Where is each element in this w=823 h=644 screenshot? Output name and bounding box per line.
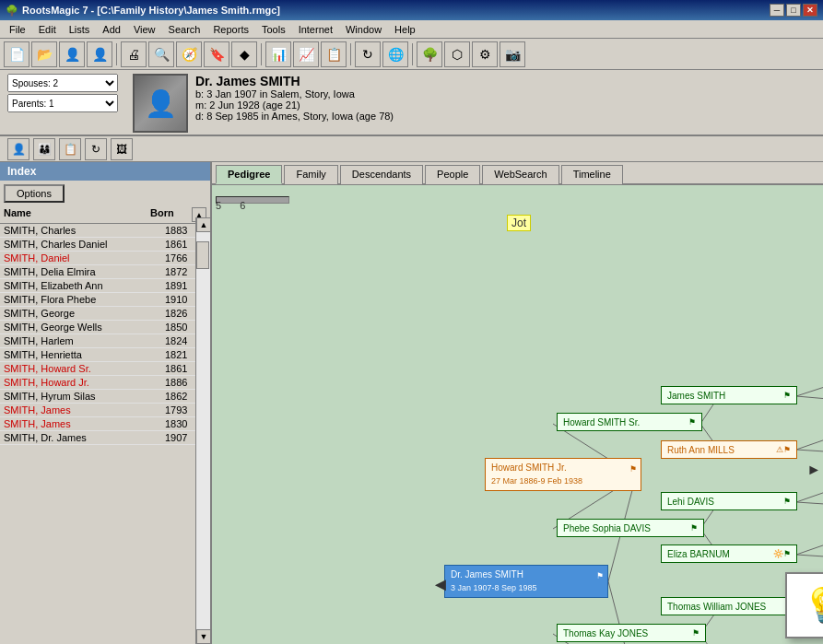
- person-photo-inner: 👤: [135, 76, 186, 131]
- sidebar-row-10[interactable]: SMITH, Howard Sr.1861: [0, 362, 210, 376]
- gen4-pfmm-name: Eliza BARNUM: [667, 549, 730, 559]
- toolbar-sep4: [412, 43, 413, 65]
- person-tb-edit-btn[interactable]: 👤: [7, 138, 29, 160]
- svg-line-19: [796, 502, 823, 505]
- toolbar-media-btn[interactable]: 📊: [265, 41, 291, 67]
- toolbar-sep1: [116, 43, 117, 65]
- sidebar-row-14[interactable]: SMITH, James1830: [0, 417, 210, 431]
- toolbar-search-btn[interactable]: 🔍: [148, 41, 174, 67]
- sidebar-row-0[interactable]: SMITH, Charles1883: [0, 224, 210, 238]
- menu-view[interactable]: View: [128, 22, 161, 37]
- toolbar-export-btn[interactable]: ⬡: [444, 41, 470, 67]
- gen-indicators: 5 6: [216, 200, 245, 211]
- toolbar-settings-btn[interactable]: ⚙: [472, 41, 498, 67]
- tab-people[interactable]: People: [425, 165, 480, 184]
- gen4-pfmf-node[interactable]: Lehi DAVIS ⚑: [661, 492, 797, 510]
- gen3-pfm-name: Phebe Sophia DAVIS: [563, 523, 651, 533]
- sidebar-row-9[interactable]: SMITH, Henrietta1821: [0, 348, 210, 362]
- menu-tools[interactable]: Tools: [256, 22, 291, 37]
- sidebar-row-8[interactable]: SMITH, Harlem1824: [0, 334, 210, 348]
- maximize-button[interactable]: □: [786, 4, 801, 17]
- sidebar-row-6[interactable]: SMITH, George1826: [0, 307, 210, 321]
- sidebar-row-1[interactable]: SMITH, Charles Daniel1861: [0, 238, 210, 252]
- menu-lists[interactable]: Lists: [64, 22, 96, 37]
- gen3-pff-node[interactable]: Howard SMITH Sr. ⚑: [557, 413, 702, 431]
- sidebar-row-5[interactable]: SMITH, Flora Phebe1910: [0, 293, 210, 307]
- person-photo: 👤: [133, 74, 188, 133]
- sidebar-header: Index: [0, 162, 210, 181]
- lightbulb-icon: 💡: [803, 586, 824, 625]
- gen2-father-node[interactable]: Howard SMITH Jr. 27 Mar 1886-9 Feb 1938 …: [485, 458, 641, 491]
- scrollbar-down-btn[interactable]: ▼: [196, 629, 211, 644]
- toolbar-tree-btn[interactable]: 🌳: [417, 41, 442, 67]
- toolbar-chart-btn[interactable]: 📈: [293, 41, 319, 67]
- toolbar-bookmark-btn[interactable]: 🔖: [204, 41, 229, 67]
- menu-add[interactable]: Add: [97, 22, 126, 37]
- menu-reports[interactable]: Reports: [207, 22, 254, 37]
- toolbar-nav-btn[interactable]: 🧭: [176, 41, 202, 67]
- close-button[interactable]: ✕: [803, 4, 817, 17]
- svg-line-21: [796, 555, 823, 557]
- toolbar-sync-btn[interactable]: ↻: [355, 41, 381, 67]
- sidebar-row-3[interactable]: SMITH, Delia Elmira1872: [0, 265, 210, 279]
- sidebar-row-12[interactable]: SMITH, Hyrum Silas1862: [0, 390, 210, 404]
- toolbar-diamond-btn[interactable]: ◆: [231, 41, 257, 67]
- person-tb-media-btn[interactable]: 🖼: [111, 138, 133, 160]
- pedigree-back-arrow[interactable]: ◄: [431, 574, 450, 595]
- person-death: d: 8 Sep 1985 in Ames, Story, Iowa (age …: [195, 111, 816, 122]
- toolbar-camera-btn[interactable]: 📷: [500, 41, 525, 67]
- gen4-pffm-node[interactable]: Ruth Ann MILLS ⚠⚑: [661, 440, 797, 459]
- person-tb-family-btn[interactable]: 👨‍👩‍👦: [33, 138, 55, 160]
- toolbar-web-btn[interactable]: 🌐: [382, 41, 408, 67]
- gen4-pfmm-node[interactable]: Eliza BARNUM 🔆⚑: [661, 544, 797, 563]
- tab-family[interactable]: Family: [284, 165, 337, 184]
- svg-line-15: [796, 396, 823, 400]
- gen3-pfm-icon: ⚑: [690, 523, 698, 533]
- sidebar-row-15[interactable]: SMITH, Dr. James1907: [0, 431, 210, 445]
- selected-person-name: Dr. James SMITH: [451, 568, 602, 581]
- menu-file[interactable]: File: [4, 22, 31, 37]
- menu-internet[interactable]: Internet: [293, 22, 338, 37]
- menu-window[interactable]: Window: [340, 22, 387, 37]
- person-tb-report-btn[interactable]: 📋: [59, 138, 81, 160]
- gen-6-label: 6: [240, 200, 245, 211]
- svg-line-16: [796, 435, 823, 450]
- spouses-dropdown[interactable]: Spouses: 2: [7, 74, 118, 92]
- toolbar-print-btn[interactable]: 🖨: [121, 41, 147, 67]
- pedigree-right-arrow[interactable]: ►: [806, 462, 821, 478]
- parents-dropdown[interactable]: Parents: 1: [7, 94, 118, 112]
- selected-person-node[interactable]: Dr. James SMITH 3 Jan 1907-8 Sep 1985 ⚑: [444, 565, 608, 598]
- tab-timeline[interactable]: Timeline: [561, 165, 623, 184]
- sidebar-row-7[interactable]: SMITH, George Wells1850: [0, 321, 210, 334]
- col-born-header: Born: [150, 207, 192, 222]
- person-toolbar: 👤 👨‍👩‍👦 📋 ↻ 🖼: [0, 136, 823, 162]
- menu-help[interactable]: Help: [389, 22, 421, 37]
- svg-line-17: [796, 450, 823, 452]
- gen4-pfff-node[interactable]: James SMITH ⚑: [661, 386, 797, 404]
- toolbar-new-btn[interactable]: 📄: [4, 41, 29, 67]
- toolbar-person2-btn[interactable]: 👤: [87, 41, 112, 67]
- person-marriage: m: 2 Jun 1928 (age 21): [195, 100, 816, 111]
- sidebar-row-11[interactable]: SMITH, Howard Jr.1886: [0, 376, 210, 390]
- options-button[interactable]: Options: [4, 184, 65, 203]
- tab-pedigree[interactable]: Pedigree: [216, 165, 282, 184]
- scrollbar-thumb[interactable]: [196, 241, 209, 269]
- gen4-pfmf-icon: ⚑: [783, 497, 791, 506]
- toolbar-person-btn[interactable]: 👤: [59, 41, 85, 67]
- sidebar-row-4[interactable]: SMITH, Elizabeth Ann1891: [0, 279, 210, 293]
- scrollbar-up-btn[interactable]: ▲: [196, 217, 211, 232]
- tab-descendants[interactable]: Descendants: [340, 165, 423, 184]
- sidebar-row-2[interactable]: SMITH, Daniel1766: [0, 252, 210, 265]
- menu-search[interactable]: Search: [163, 22, 206, 37]
- toolbar-open-btn[interactable]: 📂: [31, 41, 57, 67]
- gen3-pfm-node[interactable]: Phebe Sophia DAVIS ⚑: [557, 519, 704, 537]
- gen3-pmf-node[interactable]: Thomas Kay JONES ⚑: [557, 624, 706, 642]
- toolbar-sep2: [261, 43, 262, 65]
- toolbar-report-btn[interactable]: 📋: [321, 41, 347, 67]
- toolbar-sep3: [350, 43, 351, 65]
- menu-edit[interactable]: Edit: [33, 22, 62, 37]
- minimize-button[interactable]: ─: [770, 4, 784, 17]
- tab-websearch[interactable]: WebSearch: [482, 165, 558, 184]
- person-tb-refresh-btn[interactable]: ↻: [85, 138, 107, 160]
- sidebar-row-13[interactable]: SMITH, James1793: [0, 404, 210, 417]
